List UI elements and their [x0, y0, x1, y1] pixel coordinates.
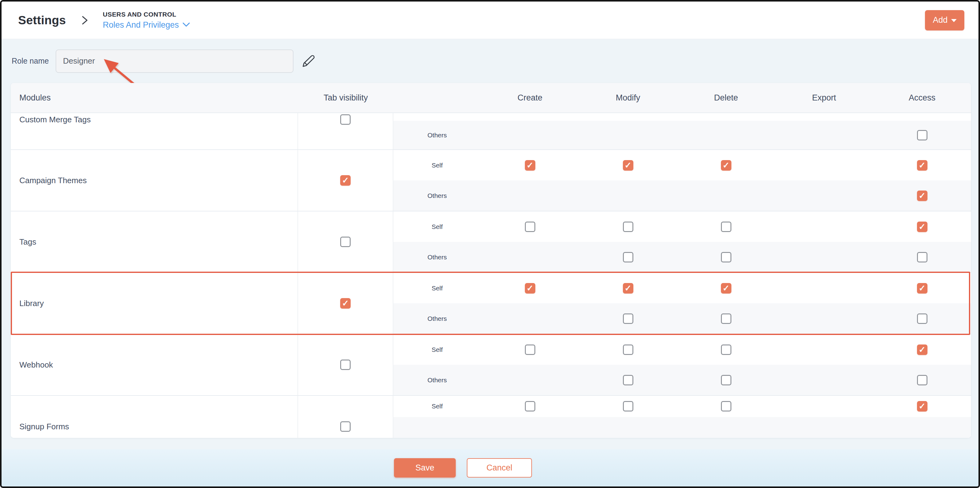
self-permission-row: Self: [393, 211, 971, 242]
breadcrumb-page-label: Roles And Privileges: [103, 20, 179, 30]
breadcrumb-section: USERS AND CONTROL: [103, 11, 191, 18]
breadcrumb: USERS AND CONTROL Roles And Privileges: [103, 11, 191, 30]
others-permission-row-clipped: [393, 417, 971, 438]
delete-checkbox[interactable]: [721, 345, 732, 355]
create-checkbox[interactable]: [525, 401, 535, 412]
self-permission-row: Self: [393, 334, 971, 365]
caret-down-icon: [951, 19, 957, 22]
table-header-row: Modules Tab visibility Create Modify Del…: [11, 83, 971, 113]
scope-label-others: Others: [393, 254, 481, 261]
scope-label-self: Self: [393, 223, 481, 230]
create-checkbox[interactable]: [525, 345, 535, 355]
chevron-down-icon: [182, 22, 191, 28]
privileges-table: Modules Tab visibility Create Modify Del…: [11, 83, 971, 438]
self-permission-row: Self: [393, 273, 971, 303]
modify-checkbox[interactable]: [623, 222, 633, 232]
access-checkbox[interactable]: [917, 130, 928, 140]
delete-checkbox[interactable]: [721, 375, 732, 385]
module-row-signup-forms: Signup Forms Self: [11, 396, 971, 438]
module-name: Campaign Themes: [19, 174, 87, 186]
delete-checkbox[interactable]: [721, 222, 732, 232]
delete-checkbox[interactable]: [721, 313, 732, 324]
module-name: Library: [19, 297, 44, 310]
scope-label-self: Self: [393, 346, 481, 353]
self-permission-row: Self: [393, 150, 971, 180]
tab-visibility-checkbox[interactable]: [340, 298, 351, 308]
access-checkbox[interactable]: [917, 313, 928, 324]
top-bar: Settings USERS AND CONTROL Roles And Pri…: [2, 2, 978, 39]
module-row-webhook: Webhook Self Others: [11, 334, 971, 396]
access-checkbox[interactable]: [917, 222, 928, 232]
column-header-modules: Modules: [11, 93, 298, 103]
create-checkbox[interactable]: [525, 160, 535, 170]
role-name-label: Role name: [12, 57, 49, 65]
cancel-button[interactable]: Cancel: [467, 458, 532, 478]
self-permission-row: Self: [393, 396, 971, 417]
footer-bar: Save Cancel: [2, 449, 978, 486]
modify-checkbox[interactable]: [623, 375, 633, 385]
module-name: Webhook: [19, 359, 53, 371]
scope-label-self: Self: [393, 285, 481, 292]
access-checkbox[interactable]: [917, 252, 928, 262]
access-checkbox[interactable]: [917, 375, 928, 385]
chevron-right-icon: [80, 14, 90, 26]
others-permission-row: Others: [393, 121, 971, 149]
delete-checkbox[interactable]: [721, 252, 732, 262]
add-button[interactable]: Add: [925, 10, 964, 30]
tab-visibility-checkbox[interactable]: [340, 237, 351, 247]
column-header-export: Export: [775, 93, 873, 103]
tab-visibility-checkbox[interactable]: [340, 114, 351, 125]
others-permission-row: Others: [393, 365, 971, 395]
scope-label-others: Others: [393, 132, 481, 139]
create-checkbox[interactable]: [525, 222, 535, 232]
delete-checkbox[interactable]: [721, 283, 732, 294]
modify-checkbox[interactable]: [623, 252, 633, 262]
column-header-create: Create: [481, 93, 579, 103]
breadcrumb-page-link[interactable]: Roles And Privileges: [103, 20, 191, 30]
save-button[interactable]: Save: [394, 458, 456, 478]
module-name: Signup Forms: [19, 420, 69, 433]
scope-label-others: Others: [393, 377, 481, 384]
pencil-icon[interactable]: [301, 54, 316, 68]
scope-label-self: Self: [393, 402, 481, 410]
modify-checkbox[interactable]: [623, 313, 633, 324]
role-name-section: Role name Designer: [2, 39, 978, 83]
tab-visibility-checkbox[interactable]: [340, 421, 351, 432]
access-checkbox[interactable]: [917, 160, 928, 170]
add-button-label: Add: [933, 15, 947, 25]
scope-label-others: Others: [393, 315, 481, 323]
module-name: Tags: [19, 236, 36, 248]
column-header-access: Access: [873, 93, 971, 103]
others-permission-row: Others: [393, 180, 971, 211]
role-name-input[interactable]: Designer: [56, 49, 293, 73]
module-row-custom-merge-tags: Custom Merge Tags Others: [11, 113, 971, 150]
modify-checkbox[interactable]: [623, 345, 633, 355]
scope-label-others: Others: [393, 192, 481, 199]
modify-checkbox[interactable]: [623, 283, 633, 294]
clipped-self-row: [393, 113, 971, 121]
access-checkbox[interactable]: [917, 401, 928, 412]
column-header-delete: Delete: [677, 93, 775, 103]
others-permission-row: Others: [393, 242, 971, 272]
role-name-value: Designer: [63, 56, 95, 66]
scope-label-self: Self: [393, 162, 481, 169]
column-header-modify: Modify: [579, 93, 677, 103]
modify-checkbox[interactable]: [623, 401, 633, 412]
module-name: Custom Merge Tags: [19, 113, 91, 126]
tab-visibility-checkbox[interactable]: [340, 175, 351, 186]
module-row-tags: Tags Self Others: [11, 211, 971, 273]
tab-visibility-checkbox[interactable]: [340, 359, 351, 370]
module-row-campaign-themes: Campaign Themes Self Others: [11, 150, 971, 211]
delete-checkbox[interactable]: [721, 401, 732, 412]
access-checkbox[interactable]: [917, 283, 928, 294]
create-checkbox[interactable]: [525, 283, 535, 294]
app-window: Settings USERS AND CONTROL Roles And Pri…: [0, 0, 980, 488]
page-title: Settings: [18, 14, 66, 27]
module-row-library: Library Self Others: [11, 273, 971, 334]
column-header-tab-visibility: Tab visibility: [298, 93, 393, 103]
delete-checkbox[interactable]: [721, 160, 732, 170]
access-checkbox[interactable]: [917, 191, 928, 201]
access-checkbox[interactable]: [917, 345, 928, 355]
others-permission-row: Others: [393, 303, 971, 334]
modify-checkbox[interactable]: [623, 160, 633, 170]
